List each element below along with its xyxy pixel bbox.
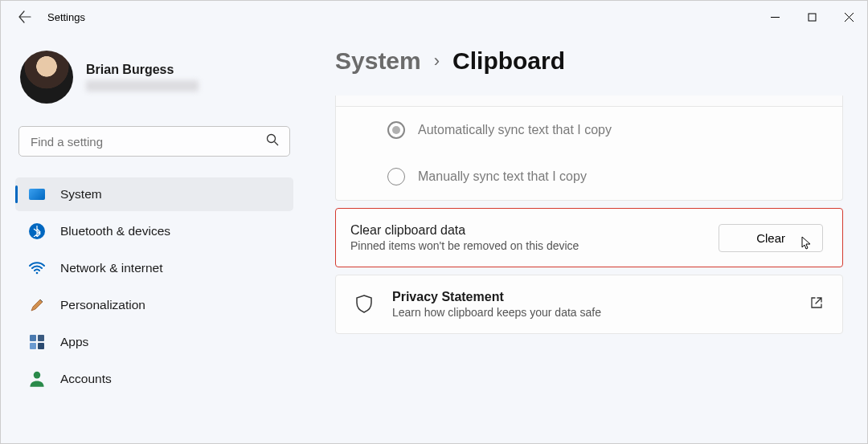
sidebar-item-label: Apps bbox=[60, 335, 88, 349]
bluetooth-icon bbox=[28, 222, 46, 240]
clear-clipboard-card: Clear clipboard data Pinned items won't … bbox=[335, 208, 843, 267]
close-button[interactable] bbox=[830, 1, 867, 33]
arrow-left-icon bbox=[18, 10, 31, 23]
radio-icon bbox=[387, 168, 405, 185]
nav-list: System Bluetooth & devices Network & int… bbox=[15, 177, 293, 396]
sidebar: Brian Burgess System Bluetooth & devices… bbox=[1, 33, 308, 443]
profile-name: Brian Burgess bbox=[86, 63, 199, 77]
privacy-title: Privacy Statement bbox=[392, 290, 601, 304]
sidebar-item-label: System bbox=[60, 187, 102, 202]
privacy-subtitle: Learn how clipboard keeps your data safe bbox=[392, 306, 601, 319]
avatar bbox=[20, 51, 73, 104]
cursor-icon bbox=[801, 236, 813, 253]
sidebar-item-apps[interactable]: Apps bbox=[15, 325, 293, 359]
clear-button[interactable]: Clear bbox=[719, 224, 823, 252]
sidebar-item-accounts[interactable]: Accounts bbox=[15, 362, 293, 396]
sidebar-item-system[interactable]: System bbox=[15, 177, 293, 211]
radio-icon bbox=[387, 121, 405, 139]
search-icon bbox=[266, 133, 279, 149]
clear-button-label: Clear bbox=[756, 231, 785, 245]
system-icon bbox=[28, 185, 46, 203]
sidebar-item-network[interactable]: Network & internet bbox=[15, 251, 293, 285]
breadcrumb-current: Clipboard bbox=[452, 47, 565, 75]
window-controls bbox=[756, 1, 867, 33]
search-input[interactable] bbox=[18, 126, 290, 157]
svg-point-1 bbox=[268, 135, 276, 143]
apps-icon bbox=[28, 333, 46, 351]
minimize-button[interactable] bbox=[756, 1, 793, 33]
sync-card: Automatically sync text that I copy Manu… bbox=[335, 96, 843, 201]
sidebar-item-label: Personalization bbox=[60, 298, 145, 312]
wifi-icon bbox=[28, 259, 46, 277]
chevron-right-icon: › bbox=[434, 51, 440, 71]
radio-label: Automatically sync text that I copy bbox=[418, 123, 612, 137]
svg-rect-0 bbox=[809, 14, 816, 21]
sidebar-item-label: Network & internet bbox=[60, 261, 163, 275]
content: System › Clipboard Automatically sync te… bbox=[308, 33, 867, 443]
profile-email-blurred bbox=[86, 80, 199, 92]
clear-subtitle: Pinned items won't be removed on this de… bbox=[350, 239, 579, 252]
sync-card-header bbox=[336, 96, 842, 107]
sidebar-item-bluetooth[interactable]: Bluetooth & devices bbox=[15, 214, 293, 248]
radio-manual-sync[interactable]: Manually sync text that I copy bbox=[336, 153, 842, 200]
breadcrumb-parent[interactable]: System bbox=[335, 47, 421, 75]
clear-title: Clear clipboard data bbox=[350, 223, 579, 238]
search-container bbox=[15, 126, 293, 157]
radio-auto-sync[interactable]: Automatically sync text that I copy bbox=[336, 107, 842, 153]
sidebar-item-personalization[interactable]: Personalization bbox=[15, 288, 293, 322]
profile[interactable]: Brian Burgess bbox=[15, 51, 293, 104]
radio-label: Manually sync text that I copy bbox=[418, 169, 587, 184]
external-link-icon bbox=[810, 296, 823, 312]
privacy-card[interactable]: Privacy Statement Learn how clipboard ke… bbox=[335, 275, 843, 334]
back-button[interactable] bbox=[14, 6, 36, 28]
brush-icon bbox=[28, 296, 46, 314]
window-title: Settings bbox=[47, 11, 85, 23]
breadcrumb: System › Clipboard bbox=[335, 47, 843, 75]
sidebar-item-label: Bluetooth & devices bbox=[60, 224, 170, 238]
maximize-button[interactable] bbox=[793, 1, 830, 33]
title-bar: Settings bbox=[1, 1, 867, 33]
person-icon bbox=[28, 370, 46, 388]
svg-point-2 bbox=[36, 272, 39, 275]
shield-icon bbox=[354, 294, 375, 315]
sidebar-item-label: Accounts bbox=[60, 372, 112, 386]
svg-point-3 bbox=[34, 372, 41, 379]
